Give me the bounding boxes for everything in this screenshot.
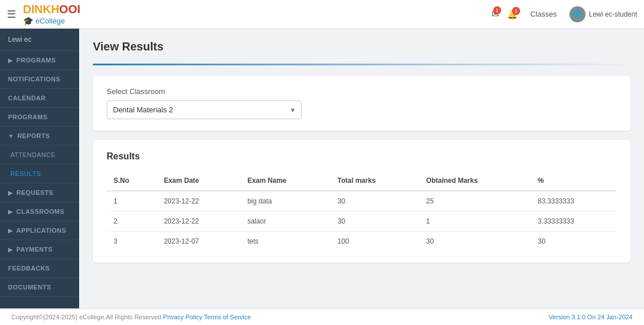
sidebar-label-results: RESULTS xyxy=(10,170,41,177)
user-menu[interactable]: 🌐 Lewi ec-student xyxy=(569,6,637,22)
sidebar-label-feedbacks: FEEDBACKS xyxy=(8,265,50,272)
results-title: Results xyxy=(107,151,616,162)
cell-exam-date: 2023-12-22 xyxy=(157,191,241,212)
classes-button[interactable]: Classes xyxy=(526,7,561,21)
content-area: View Results Select Classroom Dental Mat… xyxy=(79,29,644,308)
sidebar-item-payments[interactable]: ▶ PAYMENTS xyxy=(0,240,79,259)
sidebar-item-results[interactable]: RESULTS xyxy=(0,165,79,183)
classroom-select-wrapper: Dental Materials 2 ▼ xyxy=(107,100,302,119)
hat-icon: 🎓 xyxy=(23,16,34,26)
cell-exam-name: tets xyxy=(240,232,330,252)
sidebar-item-requests[interactable]: ▶ REQUESTS xyxy=(0,183,79,202)
sidebar-item-programs-top[interactable]: ▶ PROGRAMS xyxy=(0,51,79,70)
sidebar-label-classrooms: CLASSROOMS xyxy=(17,208,65,215)
col-total-marks: Total marks xyxy=(331,171,419,191)
col-percent: % xyxy=(531,171,616,191)
chevron-down-icon: ▼ xyxy=(8,133,14,139)
col-exam-date: Exam Date xyxy=(157,171,241,191)
navbar: ☰ DINKHOOI 🎓 eCollege 1 1 Classes 🌐 Lewi… xyxy=(0,0,644,29)
cell-sno: 2 xyxy=(107,212,157,232)
sidebar-label-calendar: CALENDAR xyxy=(8,95,46,101)
sidebar-item-notifications[interactable]: NOTIFICATIONS xyxy=(0,70,79,89)
col-obtained-marks: Obtained Marks xyxy=(419,171,531,191)
ecollege-label: eCollege xyxy=(36,17,65,26)
footer-version: Version 3.1.0 On 24 Jan-2024 xyxy=(549,314,633,320)
logo-khoo: OOI xyxy=(59,3,80,15)
navbar-left: ☰ DINKHOOI 🎓 eCollege xyxy=(7,2,80,26)
cell-obtained-marks: 25 xyxy=(419,191,531,212)
avatar: 🌐 xyxy=(569,6,586,22)
logo-ecollege: 🎓 eCollege xyxy=(23,16,65,26)
bell-badge: 1 xyxy=(512,7,520,15)
cell-sno: 3 xyxy=(107,232,157,252)
cell-percent: 3.33333333 xyxy=(531,212,616,232)
sidebar-label-notifications: NOTIFICATIONS xyxy=(8,76,60,83)
sidebar-item-applications[interactable]: ▶ APPLICATIONS xyxy=(0,221,79,240)
cell-sno: 1 xyxy=(107,191,157,212)
sidebar: Lewi ec ▶ PROGRAMS NOTIFICATIONS CALENDA… xyxy=(0,29,79,308)
footer: Copyright©(2024-2025) eCollege.All Right… xyxy=(0,308,644,325)
chevron-right-icon-requests: ▶ xyxy=(8,190,13,196)
col-sno: S.No xyxy=(107,171,157,191)
chevron-right-icon-payments: ▶ xyxy=(8,246,13,253)
cell-exam-date: 2023-12-07 xyxy=(157,232,241,252)
logo-dinkhoo: DINKHOOI xyxy=(23,2,80,16)
divider xyxy=(93,64,630,65)
sidebar-label-requests: REQUESTS xyxy=(17,189,54,196)
footer-copyright: Copyright©(2024-2025) eCollege.All Right… xyxy=(11,314,251,320)
table-row: 32023-12-07tets1003030 xyxy=(107,232,616,252)
classroom-selector-card: Select Classroom Dental Materials 2 ▼ xyxy=(93,76,630,131)
username-label: Lewi ec-student xyxy=(589,10,637,18)
table-row: 22023-12-22salaor3013.33333333 xyxy=(107,212,616,232)
sidebar-user: Lewi ec xyxy=(0,29,79,51)
select-classroom-label: Select Classroom xyxy=(107,87,616,96)
chevron-right-icon-classrooms: ▶ xyxy=(8,209,13,215)
sidebar-item-classrooms[interactable]: ▶ CLASSROOMS xyxy=(0,202,79,221)
sidebar-item-programs[interactable]: PROGRAMS xyxy=(0,108,79,127)
table-head: S.No Exam Date Exam Name Total marks Obt… xyxy=(107,171,616,191)
envelope-badge: 1 xyxy=(493,6,501,14)
cell-exam-name: big data xyxy=(240,191,330,212)
sidebar-label-payments: PAYMENTS xyxy=(17,246,53,253)
cell-total-marks: 30 xyxy=(331,191,419,212)
sidebar-label-attendance: ATTENDANCE xyxy=(10,151,56,158)
classroom-select[interactable]: Dental Materials 2 xyxy=(107,100,302,119)
envelope-button[interactable]: 1 xyxy=(491,9,499,19)
avatar-icon: 🌐 xyxy=(573,10,581,18)
cell-exam-name: salaor xyxy=(240,212,330,232)
sidebar-item-calendar[interactable]: CALENDAR xyxy=(0,89,79,108)
cell-percent: 30 xyxy=(531,232,616,252)
results-table: S.No Exam Date Exam Name Total marks Obt… xyxy=(107,171,616,251)
hamburger-icon[interactable]: ☰ xyxy=(7,8,16,21)
copyright-text: Copyright©(2024-2025) eCollege.All Right… xyxy=(11,314,163,320)
cell-obtained-marks: 1 xyxy=(419,212,531,232)
main-wrapper: Lewi ec ▶ PROGRAMS NOTIFICATIONS CALENDA… xyxy=(0,29,644,308)
chevron-right-icon: ▶ xyxy=(8,57,13,64)
page-title: View Results xyxy=(93,40,630,53)
sidebar-label-documents: DOCUMENTS xyxy=(8,284,51,291)
sidebar-item-feedbacks[interactable]: FEEDBACKS xyxy=(0,259,79,278)
logo-din: DINKH xyxy=(23,3,59,15)
cell-percent: 83.3333333 xyxy=(531,191,616,212)
sidebar-item-attendance[interactable]: ATTENDANCE xyxy=(0,146,79,165)
col-exam-name: Exam Name xyxy=(240,171,330,191)
results-card: Results S.No Exam Date Exam Name Total m… xyxy=(93,140,630,263)
sidebar-item-documents[interactable]: DOCUMENTS xyxy=(0,278,79,297)
cell-exam-date: 2023-12-22 xyxy=(157,212,241,232)
privacy-policy-link[interactable]: Privacy Policy xyxy=(163,314,202,320)
sidebar-label-reports: REPORTS xyxy=(17,132,50,139)
cell-total-marks: 100 xyxy=(331,232,419,252)
navbar-right: 1 1 Classes 🌐 Lewi ec-student xyxy=(491,6,637,22)
table-header-row: S.No Exam Date Exam Name Total marks Obt… xyxy=(107,171,616,191)
table-row: 12023-12-22big data302583.3333333 xyxy=(107,191,616,212)
sidebar-label-programs-top: PROGRAMS xyxy=(17,57,56,64)
sidebar-label-applications: APPLICATIONS xyxy=(17,227,67,234)
terms-link[interactable]: Terms of Service xyxy=(204,314,251,320)
cell-total-marks: 30 xyxy=(331,212,419,232)
cell-obtained-marks: 30 xyxy=(419,232,531,252)
chevron-right-icon-applications: ▶ xyxy=(8,228,13,234)
table-body: 12023-12-22big data302583.333333322023-1… xyxy=(107,191,616,251)
sidebar-item-reports[interactable]: ▼ REPORTS xyxy=(0,127,79,146)
sidebar-label-programs: PROGRAMS xyxy=(8,113,48,120)
bell-button[interactable]: 1 xyxy=(507,9,518,19)
